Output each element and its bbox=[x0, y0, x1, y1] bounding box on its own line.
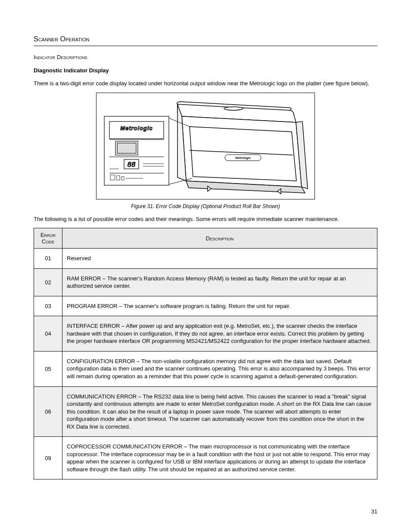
error-code-table: Error Code Description 01Reserved02RAM E… bbox=[34, 228, 377, 479]
figure-frame: Metrologic Metrologic bbox=[96, 93, 315, 199]
error-code-cell: 04 bbox=[34, 316, 62, 352]
table-row: 02RAM ERROR – The scanner's Random Acces… bbox=[34, 268, 377, 296]
error-code-cell: 09 bbox=[34, 437, 62, 479]
error-desc-cell: COMMUNICATION ERROR – The RS232 data lin… bbox=[62, 386, 377, 437]
error-code-cell: 05 bbox=[34, 351, 62, 386]
svg-rect-11 bbox=[116, 176, 120, 180]
svg-rect-10 bbox=[110, 175, 115, 180]
table-row: 01Reserved bbox=[34, 249, 377, 269]
col-header-code: Error Code bbox=[34, 228, 62, 249]
svg-point-0 bbox=[224, 107, 243, 110]
error-code-cell: 01 bbox=[34, 249, 62, 269]
error-code-cell: 02 bbox=[34, 268, 62, 296]
diagnostic-heading: Diagnostic Indicator Display bbox=[34, 67, 377, 74]
brand-plate-text: Metrologic bbox=[235, 156, 250, 160]
inset-logo-text: Metrologic bbox=[120, 125, 153, 131]
figure-caption: Figure 31. Error Code Display (Optional … bbox=[34, 203, 377, 209]
post-figure-paragraph: The following is a list of possible erro… bbox=[34, 215, 377, 223]
error-code-cell: 06 bbox=[34, 386, 62, 437]
section-title: Scanner Operation bbox=[34, 35, 377, 43]
figure-container: Metrologic Metrologic bbox=[34, 93, 377, 201]
subsection-title: Indicator Descriptions bbox=[34, 54, 377, 60]
error-desc-cell: RAM ERROR – The scanner's Random Access … bbox=[62, 268, 377, 296]
scanner-diagram: Metrologic Metrologic bbox=[100, 96, 311, 196]
error-digits: 88 bbox=[127, 161, 136, 169]
section-divider bbox=[34, 46, 377, 46]
table-row: 06COMMUNICATION ERROR – The RS232 data l… bbox=[34, 386, 377, 437]
error-desc-cell: INTERFACE ERROR – After power up and any… bbox=[62, 316, 377, 352]
col-header-desc: Description bbox=[62, 228, 377, 249]
table-row: 03PROGRAM ERROR – The scanner's software… bbox=[34, 296, 377, 316]
table-row: 05CONFIGURATION ERROR – The non-volatile… bbox=[34, 351, 377, 386]
error-desc-cell: COPROCESSOR COMMUNICATION ERROR – The ma… bbox=[62, 437, 377, 479]
error-desc-cell: CONFIGURATION ERROR – The non-volatile c… bbox=[62, 351, 377, 386]
page-number: 31 bbox=[371, 508, 377, 515]
intro-paragraph: There is a two-digit error code display … bbox=[34, 80, 377, 87]
error-desc-cell: PROGRAM ERROR – The scanner's software p… bbox=[62, 296, 377, 316]
svg-rect-5 bbox=[117, 143, 136, 153]
table-row: 09COPROCESSOR COMMUNICATION ERROR – The … bbox=[34, 437, 377, 479]
error-desc-cell: Reserved bbox=[62, 249, 377, 269]
table-row: 04INTERFACE ERROR – After power up and a… bbox=[34, 316, 377, 352]
error-code-cell: 03 bbox=[34, 296, 62, 316]
svg-rect-12 bbox=[121, 177, 124, 180]
